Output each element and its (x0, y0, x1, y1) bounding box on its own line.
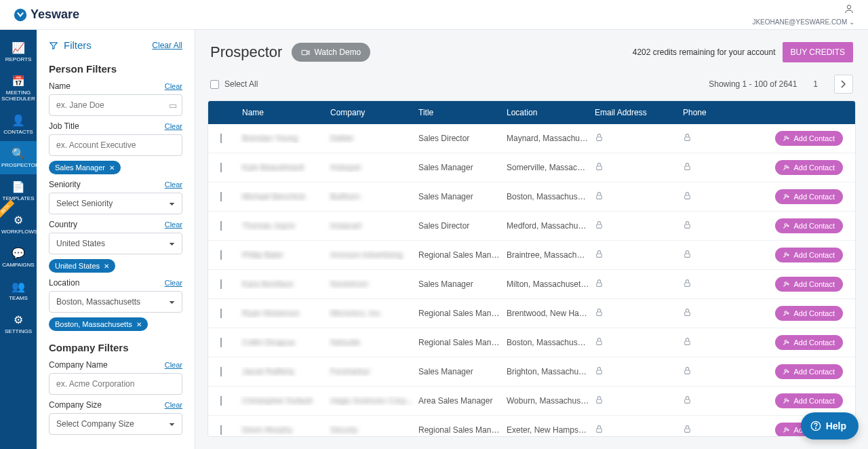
cell-phone (680, 366, 768, 377)
add-contact-button[interactable]: Add Contact (775, 335, 843, 350)
chip-location[interactable]: Boston, Massachusetts✕ (49, 317, 148, 331)
location-select[interactable]: Boston, Massachusetts (49, 291, 182, 313)
add-contact-button[interactable]: Add Contact (775, 131, 843, 146)
cell-email (592, 220, 680, 231)
add-contact-button[interactable]: Add Contact (775, 248, 843, 262)
clear-name[interactable]: Clear (165, 82, 182, 90)
th-phone: Phone (680, 108, 768, 117)
reports-icon: 📈 (1, 41, 35, 54)
row-checkbox[interactable] (220, 221, 222, 231)
cell-company: Deltek (328, 134, 416, 143)
table-row: Michael BenchickBullhornSales ManagerBos… (208, 182, 855, 212)
cell-location: Woburn, Massachuset... (504, 396, 592, 406)
add-contact-button[interactable]: Add Contact (775, 277, 843, 292)
sidenav-item-prospector[interactable]: 🔍PROSPECTOR (0, 141, 37, 174)
row-checkbox[interactable] (220, 367, 222, 376)
table-row: Philip BaierAronson AdvertisingRegional … (208, 241, 855, 270)
next-page-button[interactable] (834, 75, 853, 94)
row-checkbox[interactable] (220, 250, 222, 260)
cell-phone (680, 162, 768, 173)
sidenav-item-settings[interactable]: ⚙SETTINGS (0, 307, 37, 340)
svg-point-14 (785, 224, 787, 226)
logo[interactable]: Yesware (14, 7, 79, 22)
companyname-input[interactable] (49, 373, 182, 395)
sidenav-item-templates[interactable]: 📄TEMPLATES (0, 174, 37, 208)
svg-rect-34 (685, 429, 690, 432)
help-button[interactable]: Help (801, 412, 859, 440)
close-icon[interactable]: ✕ (104, 262, 109, 270)
cell-company: Instacart (328, 221, 416, 231)
cell-name: Brendan Young (239, 134, 328, 143)
sidenav-item-contacts[interactable]: 👤CONTACTS (0, 108, 37, 141)
clear-jobtitle[interactable]: Clear (165, 122, 182, 130)
cell-company: Aronson Advertising (328, 250, 416, 260)
add-contact-button[interactable]: Add Contact (775, 189, 843, 204)
cell-title: Regional Sales Mana... (416, 309, 504, 318)
row-checkbox[interactable] (220, 309, 222, 318)
lock-icon (595, 163, 604, 173)
row-checkbox[interactable] (220, 134, 222, 143)
watch-demo-button[interactable]: Watch Demo (292, 43, 370, 62)
table-row: Ryan NickersonMicronics, Inc.Regional Sa… (208, 299, 855, 328)
lock-icon (683, 309, 692, 319)
sidenav-item-reports[interactable]: 📈REPORTS (0, 35, 37, 69)
jobtitle-input[interactable] (49, 134, 182, 156)
row-checkbox[interactable] (220, 338, 222, 347)
cell-phone (680, 133, 768, 144)
cell-phone (680, 279, 768, 290)
cell-phone (680, 395, 768, 406)
table-row: Brendan YoungDeltekSales DirectorMaynard… (208, 124, 855, 153)
contact-card-icon: ▭ (169, 100, 177, 111)
add-contact-button[interactable]: Add Contact (775, 160, 843, 175)
clear-all-link[interactable]: Clear All (152, 41, 182, 50)
sidenav-item-campaigns[interactable]: 💬CAMPAIGNS (0, 241, 37, 274)
chip-country[interactable]: United States✕ (49, 259, 115, 273)
clear-location[interactable]: Clear (165, 279, 182, 287)
lock-icon (683, 279, 692, 290)
row-checkbox[interactable] (220, 425, 222, 435)
row-checkbox[interactable] (220, 163, 222, 172)
row-checkbox[interactable] (220, 396, 222, 406)
svg-rect-7 (685, 166, 690, 170)
close-icon[interactable]: ✕ (109, 164, 115, 172)
companysize-select[interactable]: Select Company Size (49, 413, 182, 435)
clear-country[interactable]: Clear (165, 220, 182, 229)
buy-credits-button[interactable]: BUY CREDITS (783, 42, 853, 62)
svg-point-35 (785, 428, 787, 430)
table-row: Kyle BeaudreaultHubspotSales ManagerSome… (208, 153, 855, 182)
sidenav-item-workflows[interactable]: ⚙WORKFLOWS (0, 208, 37, 241)
cell-phone (680, 250, 768, 260)
add-contact-button[interactable]: Add Contact (775, 393, 843, 408)
add-contact-button[interactable]: Add Contact (775, 364, 843, 379)
jobtitle-label: Job Title (49, 121, 79, 131)
table-row: Jacob RaffertyForsharborSales ManagerBri… (208, 357, 855, 387)
add-contact-button[interactable]: Add Contact (775, 306, 843, 321)
prospector-icon: 🔍 (1, 147, 35, 160)
svg-rect-18 (597, 283, 602, 286)
name-input[interactable] (49, 94, 182, 116)
user-icon (752, 3, 854, 17)
clear-seniority[interactable]: Clear (165, 180, 182, 189)
sidenav-item-meeting-scheduler[interactable]: 📅MEETING SCHEDULER (0, 69, 37, 108)
svg-rect-22 (685, 312, 690, 315)
sidenav-item-teams[interactable]: 👥TEAMS (0, 274, 37, 307)
chip-jobtitle[interactable]: Sales Manager✕ (49, 161, 121, 174)
lock-icon (683, 250, 692, 260)
row-checkbox[interactable] (220, 279, 222, 289)
cell-company: Bullhorn (328, 192, 416, 201)
add-contact-button[interactable]: Add Contact (775, 218, 843, 233)
select-all-checkbox[interactable] (210, 80, 219, 89)
cell-title: Sales Director (416, 134, 504, 143)
seniority-select[interactable]: Select Seniority (49, 193, 182, 214)
cell-title: Area Sales Manager (416, 396, 504, 406)
lock-icon (683, 425, 692, 435)
row-checkbox[interactable] (220, 192, 222, 201)
select-all[interactable]: Select All (210, 79, 258, 89)
clear-companyname[interactable]: Clear (165, 361, 182, 369)
cell-location: Somerville, Massachu... (504, 163, 592, 172)
account-menu[interactable]: JKEOHANE@YESWARE.COM ⌄ (752, 3, 854, 26)
clear-companysize[interactable]: Clear (165, 401, 182, 409)
teams-icon: 👥 (1, 280, 35, 293)
close-icon[interactable]: ✕ (136, 321, 142, 328)
country-select[interactable]: United States (49, 233, 182, 254)
